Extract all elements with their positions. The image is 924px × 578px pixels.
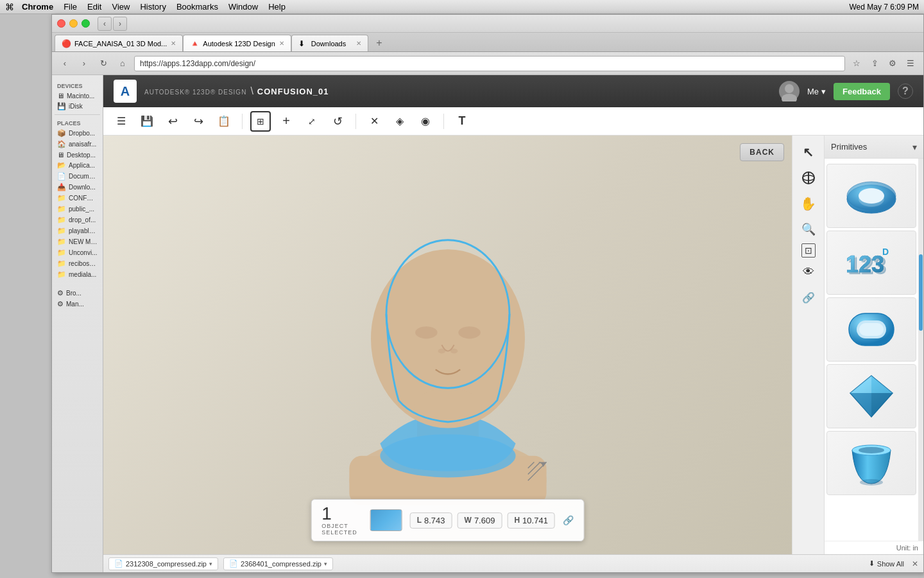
apple-menu[interactable]: ⌘ <box>5 2 14 12</box>
sidebar-item-dropbox[interactable]: 📦 Dropbo... <box>55 128 100 139</box>
download-item-2[interactable]: 📄 2368401_compressed.zip ▾ <box>223 557 333 570</box>
tab-autodesk[interactable]: 🔺 Autodesk 123D Design ✕ <box>183 35 291 51</box>
app-header-right: Me ▾ Feedback ? <box>779 81 913 101</box>
menu-window[interactable]: Window <box>228 2 258 12</box>
close-downloads-bar[interactable]: ✕ <box>912 559 918 568</box>
browse-icon: ⚙ <box>57 289 64 297</box>
add-toolbar-btn[interactable]: + <box>276 111 296 132</box>
sidebar-item-macintosh[interactable]: 🖥 Macinto... <box>55 91 100 101</box>
menu-chrome[interactable]: Chrome <box>22 2 53 12</box>
sidebar-item-idisk[interactable]: 💾 iDisk <box>55 101 100 112</box>
bookmark-btn[interactable]: ☆ <box>849 56 864 71</box>
forward-btn[interactable]: › <box>76 56 92 71</box>
reload-btn[interactable]: ↻ <box>96 56 111 71</box>
sidebar-item-manage[interactable]: ⚙ Man... <box>55 299 100 310</box>
menu-view[interactable]: View <box>112 2 130 12</box>
grid-toolbar-btn[interactable]: ⊞ <box>250 111 271 132</box>
save-toolbar-btn[interactable]: 💾 <box>137 111 157 132</box>
viewport[interactable]: BACK 1 OBJECTSELECTED L <box>103 136 792 554</box>
back-button[interactable]: BACK <box>740 143 784 161</box>
text-toolbar-btn[interactable]: T <box>452 111 472 132</box>
sidebar-item-drop[interactable]: 📁 drop_of... <box>55 215 100 225</box>
me-dropdown[interactable]: Me ▾ <box>807 87 826 96</box>
tab-favicon-1: 🔴 <box>62 39 71 48</box>
color-swatch[interactable] <box>370 509 402 531</box>
folder-icon-2: 📁 <box>57 205 66 213</box>
pan-tool-btn[interactable]: ✋ <box>797 192 820 215</box>
tab-close-1[interactable]: ✕ <box>171 40 176 47</box>
address-input[interactable] <box>134 56 845 71</box>
download-item-1[interactable]: 📄 2312308_compressed.zip ▾ <box>108 557 218 570</box>
show-all-downloads[interactable]: ⬇ Show All <box>869 559 904 568</box>
combine-toolbar-btn[interactable]: ◈ <box>389 111 410 132</box>
snap-tool-btn[interactable]: 🔗 <box>797 286 820 309</box>
svg-point-39 <box>860 479 883 486</box>
menu-file[interactable]: File <box>64 2 77 12</box>
menu-edit[interactable]: Edit <box>87 2 101 12</box>
link-proportions-icon[interactable]: 🔗 <box>563 515 574 525</box>
sidebar-item-home[interactable]: 🏠 anaisafr... <box>55 139 100 150</box>
back-btn[interactable]: ‹ <box>57 56 73 71</box>
sidebar-item-public[interactable]: 📁 public_... <box>55 204 100 215</box>
primitives-scrollbar[interactable] <box>918 159 923 541</box>
sidebar-separator <box>55 114 100 115</box>
scale-toolbar-btn[interactable]: ⤢ <box>302 111 322 132</box>
view-tool-btn[interactable]: 👁 <box>797 260 820 283</box>
sidebar-item-newma[interactable]: 📁 NEW MA... <box>55 236 100 247</box>
sidebar-item-unconv[interactable]: 📁 Unconvi... <box>55 247 100 258</box>
dl-dropdown-1[interactable]: ▾ <box>209 561 212 567</box>
menu-history[interactable]: History <box>140 2 166 12</box>
help-button[interactable]: ? <box>898 83 913 99</box>
dl-dropdown-2[interactable]: ▾ <box>324 561 327 567</box>
sidebar-item-applications[interactable]: 📂 Applica... <box>55 160 100 171</box>
shape-toolbar-btn[interactable]: ◉ <box>415 111 436 132</box>
maximize-button[interactable] <box>81 19 90 28</box>
zoom-tool-btn[interactable]: 🔍 <box>797 218 820 241</box>
primitive-cup[interactable] <box>826 431 916 495</box>
sidebar-item-desktop[interactable]: 🖥 Desktop... <box>55 150 100 160</box>
address-bar: ‹ › ↻ ⌂ ☆ ⇪ ⚙ ☰ <box>52 52 923 75</box>
primitive-oval[interactable] <box>826 297 916 362</box>
redo-toolbar-btn[interactable]: ↪ <box>188 111 209 132</box>
primitives-dropdown-icon[interactable]: ▾ <box>912 142 917 152</box>
menu-btn[interactable]: ☰ <box>903 56 918 71</box>
primitive-torus[interactable] <box>826 164 916 228</box>
home-btn[interactable]: ⌂ <box>115 56 130 71</box>
sidebar-item-downloads[interactable]: 📥 Downlo... <box>55 182 100 193</box>
sidebar-item-browse[interactable]: ⚙ Bro... <box>55 288 100 299</box>
orbit-tool-btn[interactable] <box>797 166 820 189</box>
breadcrumb-separator: \ <box>250 85 253 97</box>
feedback-button[interactable]: Feedback <box>834 83 890 100</box>
minimize-button[interactable] <box>69 19 78 28</box>
primitive-diamond[interactable] <box>826 364 916 428</box>
forward-nav-button[interactable]: › <box>113 17 127 31</box>
clipboard-toolbar-btn[interactable]: 📋 <box>214 111 234 132</box>
close-button[interactable] <box>57 19 65 28</box>
sidebar-item-recibos[interactable]: 📁 recibos_... <box>55 258 100 269</box>
tab-close-2[interactable]: ✕ <box>279 40 284 47</box>
sidebar-item-playable[interactable]: 📁 playable... <box>55 225 100 236</box>
primitive-text3d[interactable]: 123 123 123 123 D <box>826 231 916 295</box>
sidebar-item-confusion[interactable]: 📁 CONFUS... <box>55 193 100 204</box>
back-nav-button[interactable]: ‹ <box>98 17 112 31</box>
tools-toolbar-btn[interactable]: ✕ <box>364 111 384 132</box>
share-btn[interactable]: ⇪ <box>867 56 882 71</box>
select-tool-btn[interactable]: ↖ <box>797 141 820 164</box>
tab-close-3[interactable]: ✕ <box>356 40 361 47</box>
undo-toolbar-btn[interactable]: ↩ <box>162 111 183 132</box>
width-field[interactable]: W 7.609 <box>458 512 502 529</box>
settings-btn[interactable]: ⚙ <box>885 56 900 71</box>
tab-face-anaisa[interactable]: 🔴 FACE_ANAISA_01 3D Mod... ✕ <box>55 35 183 51</box>
menu-help[interactable]: Help <box>268 2 286 12</box>
length-field[interactable]: L 8.743 <box>410 512 452 529</box>
tab-downloads[interactable]: ⬇ Downloads ✕ <box>291 35 368 51</box>
sidebar-item-documents[interactable]: 📄 Docume... <box>55 171 100 182</box>
sidebar-item-mediala[interactable]: 📁 mediala... <box>55 269 100 280</box>
new-tab-button[interactable]: + <box>371 35 388 51</box>
menu-toolbar-btn[interactable]: ☰ <box>111 111 132 132</box>
refresh-toolbar-btn[interactable]: ↺ <box>327 111 348 132</box>
fit-tool-btn[interactable]: ⊡ <box>801 243 816 258</box>
height-field[interactable]: H 10.741 <box>507 512 554 529</box>
tab-label-2: Autodesk 123D Design <box>203 40 275 48</box>
menu-bookmarks[interactable]: Bookmarks <box>176 2 218 12</box>
